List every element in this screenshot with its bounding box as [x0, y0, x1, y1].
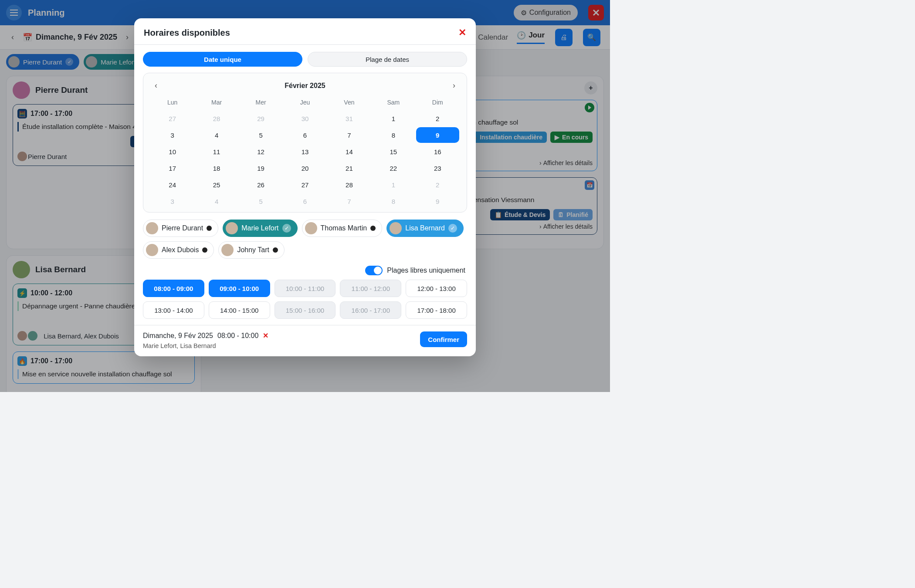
time-slot[interactable]: 14:00 - 15:00 — [209, 301, 270, 319]
tech-name: Johny Tart — [237, 246, 269, 254]
calendar-day[interactable]: 23 — [416, 160, 459, 176]
free-only-toggle-row: Plages libres uniquement — [134, 261, 476, 280]
segment-date-range[interactable]: Plage de dates — [308, 52, 467, 67]
calendar-dow: Mer — [239, 96, 283, 110]
calendar-day[interactable]: 20 — [283, 160, 326, 176]
summary-date: Dimanche, 9 Fév 2025 — [143, 332, 213, 340]
calendar-picker: ‹ Février 2025 › LunMarMerJeuVenSamDim 2… — [143, 73, 467, 213]
time-slot[interactable]: 09:00 - 10:00 — [209, 280, 270, 297]
calendar-day[interactable]: 8 — [372, 127, 415, 143]
calendar-month: Février 2025 — [285, 82, 325, 90]
calendar-day[interactable]: 19 — [239, 160, 282, 176]
calendar-dow: Mar — [194, 96, 238, 110]
tech-chip[interactable]: Lisa Bernard✓ — [386, 220, 464, 237]
time-slot: 10:00 - 11:00 — [274, 280, 336, 297]
modal-title: Horaires disponibles — [144, 28, 230, 38]
calendar-day[interactable]: 6 — [283, 127, 326, 143]
calendar-dow: Jeu — [283, 96, 327, 110]
calendar-day[interactable]: 1 — [372, 111, 415, 126]
summary-time: 08:00 - 10:00 — [217, 332, 258, 340]
status-dot — [370, 226, 376, 231]
calendar-day[interactable]: 21 — [328, 160, 371, 176]
time-slot: 15:00 - 16:00 — [274, 301, 336, 319]
date-mode-segment: Date unique Plage de dates — [134, 45, 476, 71]
calendar-day[interactable]: 7 — [328, 127, 371, 143]
calendar-day[interactable]: 24 — [151, 177, 194, 193]
calendar-day: 3 — [151, 193, 194, 209]
calendar-day[interactable]: 25 — [195, 177, 238, 193]
calendar-day[interactable]: 2 — [416, 111, 459, 126]
calendar-day[interactable]: 17 — [151, 160, 194, 176]
tech-chip[interactable]: Thomas Martin — [302, 220, 383, 237]
status-dot — [207, 226, 212, 231]
calendar-dow: Dim — [416, 96, 460, 110]
calendar-day: 8 — [372, 193, 415, 209]
tech-name: Pierre Durant — [162, 224, 203, 232]
summary-people: Marie Lefort, Lisa Bernard — [143, 342, 268, 349]
calendar-day[interactable]: 16 — [416, 144, 459, 159]
calendar-day[interactable]: 10 — [151, 144, 194, 159]
time-slot[interactable]: 17:00 - 18:00 — [406, 301, 467, 319]
calendar-day[interactable]: 15 — [372, 144, 415, 159]
next-month-button[interactable]: › — [451, 79, 457, 92]
calendar-day: 6 — [283, 193, 326, 209]
calendar-day[interactable]: 9 — [416, 127, 459, 143]
check-icon: ✓ — [448, 224, 457, 233]
calendar-day[interactable]: 26 — [239, 177, 282, 193]
calendar-day[interactable]: 3 — [151, 127, 194, 143]
calendar-day[interactable]: 28 — [328, 177, 371, 193]
tech-chip[interactable]: Johny Tart — [218, 241, 285, 259]
modal-close-icon[interactable]: ✕ — [458, 27, 466, 38]
calendar-day[interactable]: 11 — [195, 144, 238, 159]
avatar — [305, 222, 317, 234]
avatar — [390, 222, 402, 234]
calendar-day: 7 — [328, 193, 371, 209]
segment-single-date[interactable]: Date unique — [143, 52, 302, 67]
calendar-day[interactable]: 18 — [195, 160, 238, 176]
tech-chip[interactable]: Marie Lefort✓ — [223, 220, 297, 237]
avatar — [221, 244, 234, 256]
confirm-button[interactable]: Confirmer — [420, 331, 467, 347]
free-only-toggle[interactable] — [365, 266, 383, 275]
check-icon: ✓ — [282, 224, 291, 233]
calendar-day: 1 — [372, 177, 415, 193]
calendar-day: 28 — [195, 111, 238, 126]
calendar-dow: Lun — [150, 96, 194, 110]
calendar-day[interactable]: 13 — [283, 144, 326, 159]
calendar-dow: Sam — [371, 96, 415, 110]
tech-name: Marie Lefort — [241, 224, 278, 232]
calendar-day[interactable]: 14 — [328, 144, 371, 159]
tech-name: Lisa Bernard — [405, 224, 445, 232]
calendar-day: 31 — [328, 111, 371, 126]
calendar-day: 4 — [195, 193, 238, 209]
time-slot[interactable]: 13:00 - 14:00 — [143, 301, 204, 319]
avatar — [146, 244, 158, 256]
time-slot-grid: 08:00 - 09:0009:00 - 10:0010:00 - 11:001… — [134, 280, 476, 325]
status-dot — [202, 247, 207, 253]
availability-modal: Horaires disponibles ✕ Date unique Plage… — [134, 18, 476, 356]
status-dot — [273, 247, 278, 253]
calendar-dow: Ven — [327, 96, 371, 110]
time-slot: 11:00 - 12:00 — [340, 280, 401, 297]
avatar — [146, 222, 158, 234]
calendar-days-grid: 2728293031123456789101112131415161718192… — [150, 110, 460, 210]
calendar-day[interactable]: 27 — [283, 177, 326, 193]
calendar-day: 5 — [239, 193, 282, 209]
clear-selection-icon[interactable]: ✕ — [263, 331, 268, 340]
calendar-day[interactable]: 4 — [195, 127, 238, 143]
calendar-day[interactable]: 22 — [372, 160, 415, 176]
calendar-day[interactable]: 5 — [239, 127, 282, 143]
avatar — [226, 222, 238, 234]
free-only-label: Plages libres uniquement — [387, 267, 465, 274]
time-slot[interactable]: 08:00 - 09:00 — [143, 280, 204, 297]
calendar-day: 2 — [416, 177, 459, 193]
tech-chip[interactable]: Alex Dubois — [143, 241, 214, 259]
calendar-day: 29 — [239, 111, 282, 126]
time-slot[interactable]: 12:00 - 13:00 — [406, 280, 467, 297]
calendar-dow-row: LunMarMerJeuVenSamDim — [150, 96, 460, 110]
prev-month-button[interactable]: ‹ — [153, 79, 159, 92]
calendar-day: 9 — [416, 193, 459, 209]
tech-chip[interactable]: Pierre Durant — [143, 220, 218, 237]
technician-picker: Pierre DurantMarie Lefort✓Thomas MartinL… — [134, 213, 476, 261]
calendar-day[interactable]: 12 — [239, 144, 282, 159]
